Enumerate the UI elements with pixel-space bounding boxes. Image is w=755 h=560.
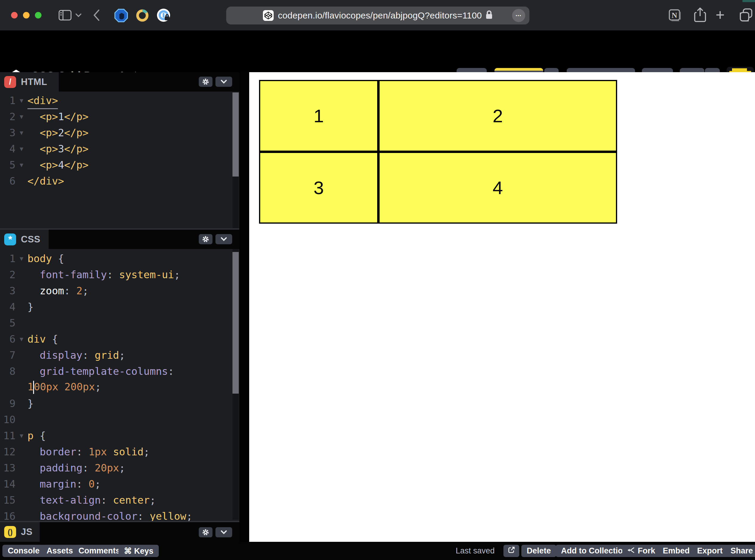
comments-button[interactable]: Comments: [73, 545, 125, 557]
fork-button[interactable]: Fork: [622, 545, 661, 557]
grid-cell: 3: [259, 152, 379, 224]
code-line[interactable]: 9}: [0, 395, 232, 412]
fold-arrow-icon[interactable]: ▾: [16, 161, 27, 169]
code-text: border: 1px solid;: [27, 446, 150, 458]
js-expand-button[interactable]: [215, 527, 232, 537]
svg-text:N: N: [672, 11, 677, 20]
delete-button[interactable]: Delete: [521, 545, 556, 557]
code-line[interactable]: 15 text-align: center;: [0, 492, 232, 508]
tab-overview-icon[interactable]: [739, 8, 754, 23]
keyboard-shortcuts-button[interactable]: ⌘ Keys: [118, 545, 159, 557]
code-line[interactable]: 7 display: grid;: [0, 347, 232, 363]
code-text: grid-template-columns:: [27, 365, 174, 377]
fold-arrow-icon[interactable]: ▾: [16, 145, 27, 153]
code-line[interactable]: 11▾p {: [0, 427, 232, 444]
share-icon[interactable]: [693, 7, 707, 24]
code-line[interactable]: 6▾div {: [0, 331, 232, 347]
html-scrollbar-track[interactable]: [232, 92, 239, 228]
code-line[interactable]: 3 zoom: 2;: [0, 283, 232, 299]
code-text: <p>3</p>: [27, 143, 89, 155]
code-text: </div>: [27, 175, 64, 187]
open-live-view-button[interactable]: [503, 545, 519, 557]
codepen-favicon: [263, 10, 274, 21]
ring-extension-icon[interactable]: [135, 8, 150, 24]
code-line[interactable]: 12 border: 1px solid;: [0, 444, 232, 460]
share-button[interactable]: Share: [725, 545, 755, 557]
line-number: 8: [0, 365, 16, 377]
line-number: 15: [0, 494, 16, 506]
sidebar-chevron-icon[interactable]: [75, 13, 82, 19]
tab-js: () JS: [0, 522, 40, 542]
adblock-extension-icon[interactable]: [114, 8, 128, 24]
fold-arrow-icon[interactable]: ▾: [16, 254, 27, 263]
js-settings-button[interactable]: [199, 527, 212, 537]
code-line[interactable]: 6</div>: [0, 173, 232, 189]
assets-button[interactable]: Assets: [41, 545, 78, 557]
html-scrollbar-thumb[interactable]: [232, 93, 239, 177]
editor-preview-divider[interactable]: [239, 72, 249, 542]
code-line[interactable]: 2 font-family: system-ui;: [0, 266, 232, 283]
html-code-editor[interactable]: 1▾<div>2▾ <p>1</p>3▾ <p>2</p>4▾ <p>3</p>…: [0, 93, 232, 189]
css-panel-header: * CSS: [0, 229, 239, 249]
fork-icon: [627, 546, 635, 556]
background-window-sliver: [742, 0, 755, 2]
code-line[interactable]: 5: [0, 315, 232, 331]
code-text: text-align: center;: [27, 494, 156, 506]
code-line[interactable]: 1▾body {: [0, 251, 232, 266]
preview-pane: 1234: [249, 72, 755, 542]
line-number: 9: [0, 398, 16, 409]
code-line[interactable]: 4}: [0, 299, 232, 315]
url-bar[interactable]: codepen.io/flaviocopes/pen/abjpogQ?edito…: [226, 6, 529, 24]
code-line[interactable]: 10: [0, 412, 232, 427]
sidebar-toggle-icon[interactable]: [58, 10, 72, 22]
fold-arrow-icon[interactable]: ▾: [16, 335, 27, 343]
window-zoom-button[interactable]: [35, 12, 41, 19]
code-text: div {: [27, 333, 58, 345]
code-line[interactable]: 8 grid-template-columns:: [0, 363, 232, 379]
codepen-window: codepen.io/flaviocopes/pen/abjpogQ?edito…: [0, 0, 755, 560]
line-number: 4: [0, 301, 16, 313]
line-number: 2: [0, 269, 16, 281]
code-line[interactable]: 5▾ <p>4</p>: [0, 157, 232, 173]
code-line[interactable]: 1▾<div>: [0, 93, 232, 108]
code-text: <p>1</p>: [27, 111, 89, 123]
fold-arrow-icon[interactable]: ▾: [16, 113, 27, 121]
page-options-icon[interactable]: •••: [512, 9, 525, 22]
line-number: 6: [0, 175, 16, 187]
grid-cell: 2: [379, 80, 617, 152]
line-number: 16: [0, 510, 16, 522]
new-tab-icon[interactable]: +: [716, 6, 724, 23]
css-grid-result: 1234: [259, 80, 617, 224]
back-button-icon[interactable]: [93, 9, 100, 23]
html-icon: /: [4, 76, 16, 88]
js-panel-label: JS: [21, 526, 33, 537]
line-number: 4: [0, 143, 16, 155]
css-code-editor[interactable]: 1▾body {2 font-family: system-ui;3 zoom:…: [0, 251, 232, 524]
export-button[interactable]: Export: [692, 545, 728, 557]
html-collapse-button[interactable]: [215, 77, 232, 87]
html-panel-label: HTML: [21, 77, 47, 87]
code-line[interactable]: 13 padding: 20px;: [0, 460, 232, 476]
add-to-collection-button[interactable]: Add to Collection: [556, 545, 633, 557]
code-line[interactable]: 100px 200px;: [0, 379, 232, 395]
code-text: background-color: yellow;: [27, 510, 192, 522]
password-manager-extension-icon[interactable]: [156, 8, 172, 24]
css-collapse-button[interactable]: [215, 234, 232, 244]
fold-arrow-icon[interactable]: ▾: [16, 432, 27, 440]
css-scrollbar-track[interactable]: [232, 249, 239, 520]
fold-arrow-icon[interactable]: ▾: [16, 128, 27, 137]
css-settings-button[interactable]: [199, 234, 212, 244]
code-line[interactable]: 4▾ <p>3</p>: [0, 141, 232, 157]
fold-arrow-icon[interactable]: ▾: [16, 96, 27, 105]
code-line[interactable]: 2▾ <p>1</p>: [0, 108, 232, 125]
css-scrollbar-thumb[interactable]: [232, 252, 239, 394]
code-line[interactable]: 14 margin: 0;: [0, 476, 232, 492]
embed-button[interactable]: Embed: [657, 545, 695, 557]
notion-extension-icon[interactable]: N: [668, 8, 682, 23]
console-button[interactable]: Console: [2, 545, 45, 557]
html-settings-button[interactable]: [199, 77, 212, 87]
code-line[interactable]: 3▾ <p>2</p>: [0, 125, 232, 141]
window-close-button[interactable]: [11, 12, 18, 19]
code-text: <p>2</p>: [27, 127, 89, 139]
window-minimize-button[interactable]: [23, 12, 30, 19]
